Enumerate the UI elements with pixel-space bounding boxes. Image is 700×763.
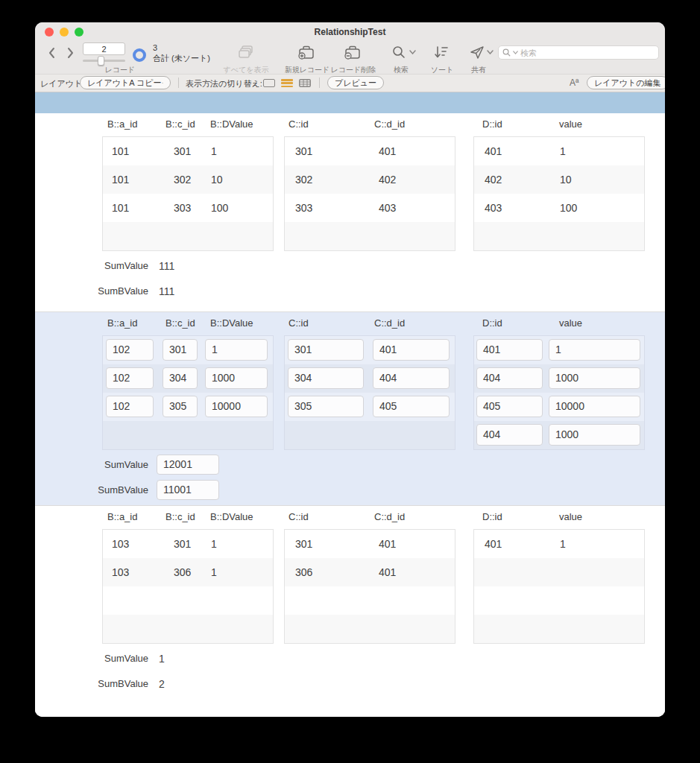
portal-b-field[interactable]: 301 [174, 530, 191, 558]
delete-record-icon[interactable] [344, 45, 362, 60]
form-view-icon[interactable] [263, 79, 275, 87]
portal-c-column-header: C::d_id [374, 511, 405, 522]
portal-b-field[interactable]: 10 [211, 165, 223, 194]
sum-value-field[interactable]: 111 [159, 260, 174, 272]
portal-b-column-header: B::c_id [165, 317, 195, 329]
portal-b-field[interactable]: 101 [112, 165, 129, 194]
portal-c-field[interactable]: 304 [288, 367, 364, 389]
portal-d-field[interactable]: 1000 [549, 424, 640, 446]
portal-d-field[interactable]: 1 [560, 530, 566, 558]
portal-d-field[interactable]: 401 [485, 530, 502, 558]
portal-b-column-header: B::c_id [165, 511, 195, 522]
portal-c-field[interactable]: 401 [379, 558, 396, 586]
portal-c: 301401306401 [284, 529, 455, 644]
previous-record-button[interactable] [48, 47, 56, 59]
portal-b-field[interactable]: 103 [112, 558, 129, 586]
portal-b-field[interactable]: 306 [174, 558, 191, 586]
portal-row: 101303100 [103, 194, 273, 222]
portal-b-field[interactable]: 304 [163, 367, 198, 389]
layout-selector-dropdown[interactable]: レイアウトA コピー [80, 76, 171, 89]
edit-layout-button[interactable]: レイアウトの編集 [587, 76, 665, 89]
portal-c-field[interactable]: 401 [379, 530, 396, 558]
list-view-icon[interactable] [281, 79, 293, 87]
portal-c-field[interactable]: 301 [288, 339, 364, 361]
portal-b: 10330111033061 [102, 529, 274, 644]
portal-b-field[interactable]: 101 [112, 194, 129, 222]
portal-b-field[interactable]: 1 [211, 530, 217, 558]
portal-c-field[interactable]: 301 [295, 137, 312, 165]
sum-b-value-field[interactable]: 111 [159, 285, 174, 297]
portal-c-field[interactable]: 401 [379, 137, 396, 165]
portal-c-field[interactable]: 403 [379, 194, 396, 222]
portal-row: 304404 [285, 364, 455, 393]
portal-b-field[interactable]: 103 [112, 530, 129, 558]
portal-c-field[interactable]: 401 [373, 339, 450, 361]
portal-b-field[interactable]: 301 [174, 137, 191, 165]
portal-b-field[interactable]: 302 [174, 165, 191, 194]
portal-c-field[interactable]: 305 [288, 396, 364, 417]
sum-value-field[interactable]: 12001 [157, 455, 219, 475]
sum-value-field[interactable]: 1 [159, 653, 165, 665]
portal-c-field[interactable]: 301 [295, 530, 312, 558]
portal-d-field[interactable]: 401 [476, 339, 543, 361]
portal-c-field[interactable]: 402 [379, 165, 396, 194]
portal-c-field[interactable]: 405 [373, 396, 450, 417]
portal-b-field[interactable]: 1 [211, 558, 217, 586]
sort-icon[interactable] [434, 45, 449, 59]
record-row[interactable]: B::a_idB::c_idB::DValue10230111023041000… [35, 311, 665, 505]
portal-b-field[interactable]: 10000 [205, 396, 268, 417]
portal-d-field[interactable]: 10000 [549, 396, 640, 417]
share-icon[interactable] [470, 45, 485, 60]
portal-b-field[interactable]: 102 [106, 396, 154, 417]
portal-b-field[interactable]: 303 [174, 194, 191, 222]
sum-b-value-field[interactable]: 11001 [157, 480, 219, 500]
search-field-chevron-icon[interactable] [513, 51, 518, 54]
table-view-icon[interactable] [299, 79, 311, 87]
record-row[interactable]: B::a_idB::c_idB::DValue10130111013021010… [35, 113, 665, 311]
portal-b-field[interactable]: 102 [106, 339, 154, 361]
search-icon[interactable] [392, 45, 406, 59]
portal-b-field[interactable]: 100 [211, 194, 228, 222]
portal-b-field[interactable]: 301 [163, 339, 198, 361]
search-input[interactable] [520, 48, 655, 57]
preview-button[interactable]: プレビュー [327, 76, 384, 89]
share-dropdown-chevron-icon[interactable] [487, 50, 494, 54]
layout-label: レイアウト: [40, 78, 84, 89]
new-record-icon[interactable] [297, 45, 315, 60]
portal-d-field[interactable]: 1 [560, 137, 566, 165]
portal-b-field[interactable]: 1000 [205, 367, 268, 389]
portal-c-field[interactable]: 306 [295, 558, 312, 586]
portal-row: 4011 [474, 137, 644, 165]
search-dropdown-chevron-icon[interactable] [409, 50, 416, 54]
sum-b-value-field[interactable]: 2 [159, 678, 165, 690]
portal-d-field[interactable]: 100 [560, 194, 577, 222]
portal-d-field[interactable]: 403 [485, 194, 502, 222]
quick-search-field[interactable] [498, 45, 659, 60]
portal-c-field[interactable]: 302 [295, 165, 312, 194]
portal-b-column-header: B::a_id [107, 511, 137, 522]
portal-b-field[interactable]: 1 [205, 339, 268, 361]
portal-d-column-header: D::id [482, 317, 502, 329]
portal-row [474, 558, 644, 586]
portal-c-field[interactable]: 303 [295, 194, 312, 222]
portal-d-field[interactable]: 404 [476, 367, 543, 389]
portal-d-field[interactable]: 404 [476, 424, 543, 446]
portal-row [285, 615, 455, 643]
portal-b-field[interactable]: 102 [106, 367, 154, 389]
portal-row: 40210 [474, 165, 644, 194]
portal-c-field[interactable]: 404 [373, 367, 450, 389]
portal-d-field[interactable]: 1000 [549, 367, 640, 389]
record-number-input[interactable] [83, 42, 125, 55]
portal-d-field[interactable]: 401 [485, 137, 502, 165]
portal-d-field[interactable]: 10 [560, 165, 572, 194]
view-switch-label: 表示方法の切り替え: [186, 78, 262, 89]
portal-b-field[interactable]: 101 [112, 137, 129, 165]
portal-d-field[interactable]: 402 [485, 165, 502, 194]
portal-b-field[interactable]: 1 [211, 137, 217, 165]
record-row[interactable]: B::a_idB::c_idB::DValue10330111033061C::… [35, 505, 665, 717]
portal-d-field[interactable]: 405 [476, 396, 543, 417]
next-record-button[interactable] [66, 47, 75, 59]
portal-b-field[interactable]: 305 [163, 396, 198, 417]
text-formatting-icon[interactable]: Aª [570, 77, 578, 88]
portal-d-field[interactable]: 1 [549, 339, 640, 361]
